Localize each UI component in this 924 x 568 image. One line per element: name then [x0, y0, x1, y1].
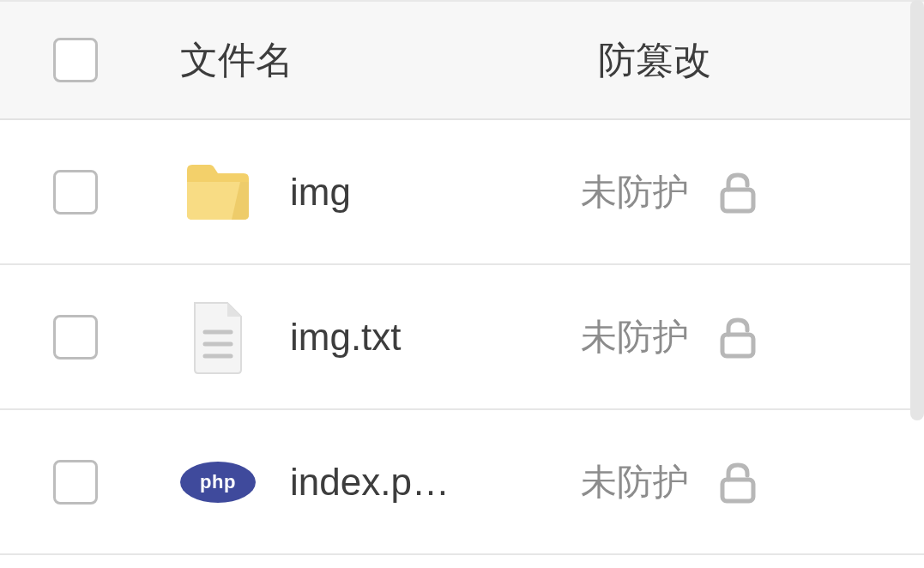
status-text: 未防护 — [581, 313, 689, 361]
file-list-panel: 文件名 防篡改 img 未防护 — [0, 0, 924, 568]
row-checkbox-cell — [0, 315, 150, 360]
text-file-icon — [180, 299, 256, 375]
row-status-cell: 未防护 — [555, 168, 924, 216]
unlock-icon[interactable] — [715, 459, 761, 505]
svg-rect-5 — [722, 480, 753, 501]
header-name-cell[interactable]: 文件名 — [150, 35, 555, 86]
select-all-checkbox[interactable] — [53, 38, 98, 82]
row-checkbox-cell — [0, 460, 150, 505]
file-name: index.p… — [290, 461, 450, 504]
status-text: 未防护 — [581, 168, 689, 216]
row-status-cell: 未防护 — [555, 458, 924, 506]
row-name-cell[interactable]: img.txt — [150, 299, 555, 375]
unlock-icon[interactable] — [715, 169, 761, 215]
row-checkbox[interactable] — [53, 460, 98, 505]
table-row[interactable]: img.txt 未防护 — [0, 265, 924, 410]
table-row[interactable]: img 未防护 — [0, 120, 924, 265]
table-row[interactable]: php index.p… 未防护 — [0, 410, 924, 555]
row-checkbox-cell — [0, 170, 150, 215]
row-name-cell[interactable]: php index.p… — [150, 444, 555, 520]
php-badge: php — [180, 462, 256, 503]
folder-icon — [180, 154, 256, 230]
row-checkbox[interactable] — [53, 315, 98, 360]
svg-rect-0 — [722, 190, 753, 211]
php-file-icon: php — [180, 444, 256, 520]
svg-rect-4 — [722, 335, 753, 356]
row-name-cell[interactable]: img — [150, 154, 555, 230]
scrollbar[interactable] — [910, 0, 924, 420]
header-status-label: 防篡改 — [598, 35, 711, 86]
file-name: img.txt — [290, 316, 402, 359]
table-header: 文件名 防篡改 — [0, 0, 924, 120]
header-name-label: 文件名 — [180, 35, 293, 86]
header-status-cell[interactable]: 防篡改 — [555, 35, 924, 86]
unlock-icon[interactable] — [715, 314, 761, 360]
row-status-cell: 未防护 — [555, 313, 924, 361]
row-checkbox[interactable] — [53, 170, 98, 215]
file-name: img — [290, 171, 351, 214]
status-text: 未防护 — [581, 458, 689, 506]
header-checkbox-cell — [0, 38, 150, 82]
